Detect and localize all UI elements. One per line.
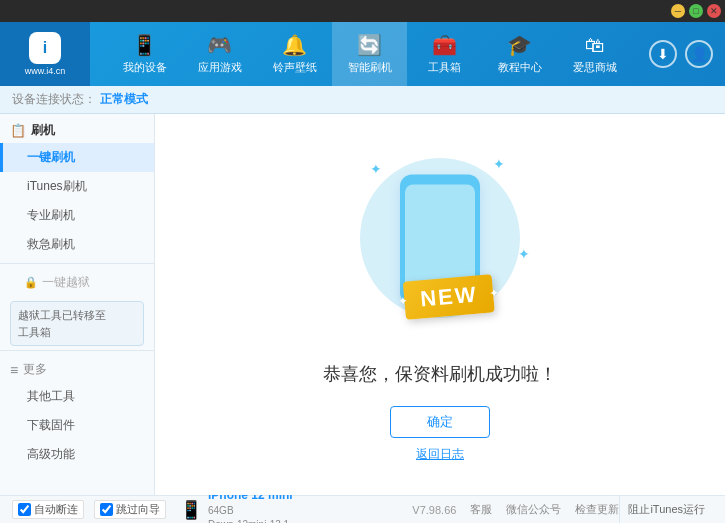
stop-itunes-label: 阻止iTunes运行 [628, 502, 705, 517]
sidebar-jailbreak-note: 越狱工具已转移至 工具箱 [10, 301, 144, 346]
account-button[interactable]: 👤 [685, 40, 713, 68]
nav-label-smart-flash: 智能刷机 [348, 60, 392, 75]
sparkle-2: ✦ [493, 156, 505, 172]
stop-itunes-button[interactable]: 阻止iTunes运行 [619, 496, 713, 524]
store-icon: 🛍 [585, 34, 605, 57]
nav-right: ⬇ 👤 [649, 40, 725, 68]
sidebar-disabled-jailbreak: 🔒 一键越狱 [0, 268, 154, 297]
skip-wizard-input[interactable] [100, 503, 113, 516]
confirm-button[interactable]: 确定 [390, 406, 490, 438]
smart-flash-icon: 🔄 [357, 33, 382, 57]
toolbox-icon: 🧰 [432, 33, 457, 57]
device-firmware: Down-12mini-13,1 [208, 518, 293, 523]
nav-label-toolbox: 工具箱 [428, 60, 461, 75]
main: 📋 刷机 一键刷机 iTunes刷机 专业刷机 救急刷机 🔒 一键越狱 越狱工具… [0, 114, 725, 495]
nav-label-apps-games: 应用游戏 [198, 60, 242, 75]
success-message: 恭喜您，保资料刷机成功啦！ [323, 362, 557, 386]
sidebar-divider [0, 263, 154, 264]
skip-wizard-checkbox[interactable]: 跳过向导 [94, 500, 166, 519]
device-phone-icon: 📱 [180, 499, 202, 521]
sparkle-1: ✦ [370, 161, 382, 177]
download-button[interactable]: ⬇ [649, 40, 677, 68]
flash-section-title: 刷机 [31, 122, 55, 139]
more-section-icon: ≡ [10, 362, 18, 378]
nav-item-toolbox[interactable]: 🧰 工具箱 [407, 22, 482, 86]
sparkle-3: ✦ [518, 246, 530, 262]
logo[interactable]: i www.i4.cn [0, 22, 90, 86]
sidebar: 📋 刷机 一键刷机 iTunes刷机 专业刷机 救急刷机 🔒 一键越狱 越狱工具… [0, 114, 155, 495]
tutorial-icon: 🎓 [507, 33, 532, 57]
bottom-right: V7.98.66 客服 微信公众号 检查更新 [412, 502, 619, 517]
my-device-icon: 📱 [132, 33, 157, 57]
auto-disconnect-label: 自动断连 [34, 502, 78, 517]
check-update-link[interactable]: 检查更新 [575, 502, 619, 517]
service-link[interactable]: 客服 [470, 502, 492, 517]
logo-text: www.i4.cn [25, 66, 66, 76]
nav-items: 📱 我的设备 🎮 应用游戏 🔔 铃声壁纸 🔄 智能刷机 🧰 工具箱 🎓 教程中心… [90, 22, 649, 86]
bottom-bar: 自动断连 跳过向导 📱 iPhone 12 mini 64GB Down-12m… [0, 495, 725, 523]
nav-item-tutorial[interactable]: 🎓 教程中心 [482, 22, 557, 86]
lock-icon: 🔒 [24, 276, 38, 289]
note-line1: 越狱工具已转移至 [18, 307, 136, 324]
nav-label-tutorial: 教程中心 [498, 60, 542, 75]
maximize-button[interactable]: □ [689, 4, 703, 18]
close-button[interactable]: ✕ [707, 4, 721, 18]
nav-item-apps-games[interactable]: 🎮 应用游戏 [182, 22, 257, 86]
sidebar-item-itunes-flash[interactable]: iTunes刷机 [0, 172, 154, 201]
sidebar-item-one-click-flash[interactable]: 一键刷机 [0, 143, 154, 172]
content-area: NEW ✦ ✦ ✦ 恭喜您，保资料刷机成功啦！ 确定 返回日志 [155, 114, 725, 495]
apps-games-icon: 🎮 [207, 33, 232, 57]
header: i www.i4.cn 📱 我的设备 🎮 应用游戏 🔔 铃声壁纸 🔄 智能刷机 … [0, 22, 725, 86]
nav-label-store: 爱思商城 [573, 60, 617, 75]
auto-disconnect-input[interactable] [18, 503, 31, 516]
nav-item-store[interactable]: 🛍 爱思商城 [557, 22, 632, 86]
sidebar-section-flash: 📋 刷机 [0, 114, 154, 143]
success-illustration: NEW ✦ ✦ ✦ [340, 146, 540, 346]
flash-section-icon: 📋 [10, 123, 26, 138]
sidebar-item-download-firmware[interactable]: 下载固件 [0, 411, 154, 440]
nav-label-ringtone: 铃声壁纸 [273, 60, 317, 75]
sidebar-item-pro-flash[interactable]: 专业刷机 [0, 201, 154, 230]
minimize-button[interactable]: ─ [671, 4, 685, 18]
nav-label-my-device: 我的设备 [123, 60, 167, 75]
nav-item-smart-flash[interactable]: 🔄 智能刷机 [332, 22, 407, 86]
title-bar: ─ □ ✕ [0, 0, 725, 22]
status-bar: 设备连接状态： 正常模式 [0, 86, 725, 114]
version-text: V7.98.66 [412, 504, 456, 516]
back-link[interactable]: 返回日志 [416, 446, 464, 463]
nav-item-my-device[interactable]: 📱 我的设备 [107, 22, 182, 86]
device-storage: 64GB [208, 504, 293, 518]
sidebar-item-other-tools[interactable]: 其他工具 [0, 382, 154, 411]
sidebar-section-more: ≡ 更多 [0, 355, 154, 382]
sidebar-item-advanced[interactable]: 高级功能 [0, 440, 154, 469]
sidebar-divider-2 [0, 350, 154, 351]
status-label: 设备连接状态： [12, 91, 96, 108]
phone-screen [405, 185, 475, 290]
jailbreak-label: 一键越狱 [42, 274, 90, 291]
skip-wizard-label: 跳过向导 [116, 502, 160, 517]
new-badge: NEW [403, 274, 495, 320]
note-line2: 工具箱 [18, 324, 136, 341]
wechat-link[interactable]: 微信公众号 [506, 502, 561, 517]
sidebar-item-save-flash[interactable]: 救急刷机 [0, 230, 154, 259]
status-value: 正常模式 [100, 91, 148, 108]
nav-item-ringtone[interactable]: 🔔 铃声壁纸 [257, 22, 332, 86]
ringtone-icon: 🔔 [282, 33, 307, 57]
more-section-title: 更多 [23, 361, 47, 378]
auto-disconnect-checkbox[interactable]: 自动断连 [12, 500, 84, 519]
logo-icon: i [29, 32, 61, 64]
